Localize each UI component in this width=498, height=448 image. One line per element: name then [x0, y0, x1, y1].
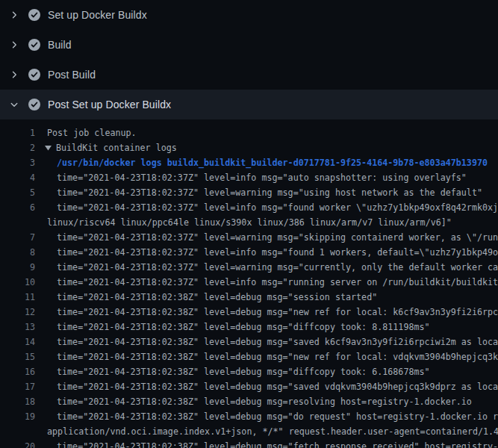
log-row: 11time="2021-04-23T18:02:38Z" level=debu… — [0, 290, 498, 305]
log-row: 5time="2021-04-23T18:02:37Z" level=warni… — [0, 185, 498, 200]
log-row: 1Post job cleanup. — [0, 125, 498, 140]
log-row: 14time="2021-04-23T18:02:38Z" level=debu… — [0, 335, 498, 349]
log-text: Post job cleanup. — [47, 125, 137, 140]
line-number[interactable]: 19 — [0, 409, 35, 424]
line-number[interactable]: 17 — [0, 379, 35, 394]
log-text: time="2021-04-23T18:02:38Z" level=debug … — [57, 290, 377, 305]
log-group-label: BuildKit container logs — [56, 140, 177, 155]
check-circle-icon — [28, 39, 40, 51]
log-row: 20time="2021-04-23T18:02:38Z" level=debu… — [0, 439, 498, 448]
log-text: time="2021-04-23T18:02:37Z" level=warnin… — [57, 185, 482, 200]
log-text: time="2021-04-23T18:02:38Z" level=debug … — [57, 379, 498, 394]
log-row: 8time="2021-04-23T18:02:37Z" level=info … — [0, 245, 498, 260]
check-circle-icon — [28, 9, 40, 21]
step-label: Set up Docker Buildx — [48, 9, 147, 21]
log-row: 10time="2021-04-23T18:02:37Z" level=info… — [0, 275, 498, 290]
log-text: time="2021-04-23T18:02:37Z" level=info m… — [57, 200, 498, 215]
line-number[interactable]: 18 — [0, 394, 35, 409]
line-number[interactable]: 3 — [0, 155, 35, 170]
log-row: 15time="2021-04-23T18:02:38Z" level=debu… — [0, 349, 498, 364]
log-text: time="2021-04-23T18:02:38Z" level=debug … — [57, 409, 498, 424]
step-label: Post Set up Docker Buildx — [48, 99, 171, 111]
line-number[interactable]: 16 — [0, 364, 35, 379]
log-row: 12time="2021-04-23T18:02:38Z" level=debu… — [0, 305, 498, 320]
line-number[interactable]: 5 — [0, 185, 35, 200]
step-row-post-build[interactable]: Post Build — [0, 60, 498, 90]
check-circle-icon — [28, 99, 40, 111]
log-row: 2BuildKit container logs — [0, 140, 498, 155]
step-row-post-set-up-docker-buildx[interactable]: Post Set up Docker Buildx — [0, 90, 498, 119]
log-text: time="2021-04-23T18:02:37Z" level=warnin… — [57, 260, 498, 275]
line-number[interactable]: 20 — [0, 439, 35, 448]
line-number[interactable]: 1 — [0, 125, 35, 140]
line-number[interactable]: 10 — [0, 275, 35, 290]
line-number — [0, 215, 35, 230]
log-text: time="2021-04-23T18:02:38Z" level=debug … — [57, 349, 498, 364]
log-text: time="2021-04-23T18:02:38Z" level=debug … — [57, 305, 498, 320]
chevron-down-icon — [8, 99, 20, 111]
line-number[interactable]: 11 — [0, 290, 35, 305]
line-number[interactable]: 8 — [0, 245, 35, 260]
chevron-right-icon — [8, 69, 20, 81]
line-number[interactable]: 7 — [0, 230, 35, 245]
step-label: Post Build — [48, 69, 96, 81]
log-row: 17time="2021-04-23T18:02:38Z" level=debu… — [0, 379, 498, 394]
log-text: time="2021-04-23T18:02:37Z" level=info m… — [57, 170, 467, 185]
step-row-build[interactable]: Build — [0, 30, 498, 60]
log-text: time="2021-04-23T18:02:38Z" level=debug … — [57, 320, 430, 335]
line-number[interactable]: 6 — [0, 200, 35, 215]
actions-log-viewer: Set up Docker Buildx Build Post Build — [0, 0, 498, 448]
log-text: time="2021-04-23T18:02:38Z" level=debug … — [57, 335, 498, 349]
line-number[interactable]: 9 — [0, 260, 35, 275]
line-number[interactable]: 4 — [0, 170, 35, 185]
log-text: time="2021-04-23T18:02:38Z" level=debug … — [57, 364, 430, 379]
log-text: time="2021-04-23T18:02:37Z" level=info m… — [57, 275, 498, 290]
log-group-toggle[interactable]: BuildKit container logs — [45, 140, 177, 155]
log-container: 1Post job cleanup.2BuildKit container lo… — [0, 119, 498, 448]
line-number[interactable]: 12 — [0, 305, 35, 320]
steps-list: Set up Docker Buildx Build Post Build — [0, 0, 498, 119]
log-row: 19time="2021-04-23T18:02:38Z" level=debu… — [0, 409, 498, 424]
log-row: 13time="2021-04-23T18:02:38Z" level=debu… — [0, 320, 498, 335]
log-row: 6time="2021-04-23T18:02:37Z" level=info … — [0, 200, 498, 215]
log-text: application/vnd.oci.image.index.v1+json,… — [47, 424, 498, 439]
step-label: Build — [48, 39, 72, 51]
log-row: 16time="2021-04-23T18:02:38Z" level=debu… — [0, 364, 498, 379]
chevron-right-icon — [8, 39, 20, 51]
line-number[interactable]: 2 — [0, 140, 35, 155]
line-number[interactable]: 15 — [0, 349, 35, 364]
log-row: 4time="2021-04-23T18:02:37Z" level=info … — [0, 170, 498, 185]
log-row: application/vnd.oci.image.index.v1+json,… — [0, 424, 498, 439]
log-text: time="2021-04-23T18:02:38Z" level=debug … — [57, 439, 498, 448]
chevron-right-icon — [8, 9, 20, 21]
log-text: time="2021-04-23T18:02:37Z" level=info m… — [57, 245, 498, 260]
line-number[interactable]: 13 — [0, 320, 35, 335]
log-row: 7time="2021-04-23T18:02:37Z" level=warni… — [0, 230, 498, 245]
step-row-set-up-docker-buildx[interactable]: Set up Docker Buildx — [0, 0, 498, 30]
command-text: /usr/bin/docker logs buildx_buildkit_bui… — [57, 155, 488, 170]
log-row: 18time="2021-04-23T18:02:38Z" level=debu… — [0, 394, 498, 409]
log-text: time="2021-04-23T18:02:38Z" level=debug … — [57, 394, 472, 409]
line-number[interactable]: 14 — [0, 335, 35, 349]
log-row: 9time="2021-04-23T18:02:37Z" level=warni… — [0, 260, 498, 275]
triangle-down-icon — [45, 140, 52, 155]
log-row: 3/usr/bin/docker logs buildx_buildkit_bu… — [0, 155, 498, 170]
check-circle-icon — [28, 69, 40, 81]
line-number — [0, 424, 35, 439]
log-text: linux/riscv64 linux/ppc64le linux/s390x … — [47, 215, 452, 230]
log-text: time="2021-04-23T18:02:37Z" level=warnin… — [57, 230, 498, 245]
log-row: linux/riscv64 linux/ppc64le linux/s390x … — [0, 215, 498, 230]
